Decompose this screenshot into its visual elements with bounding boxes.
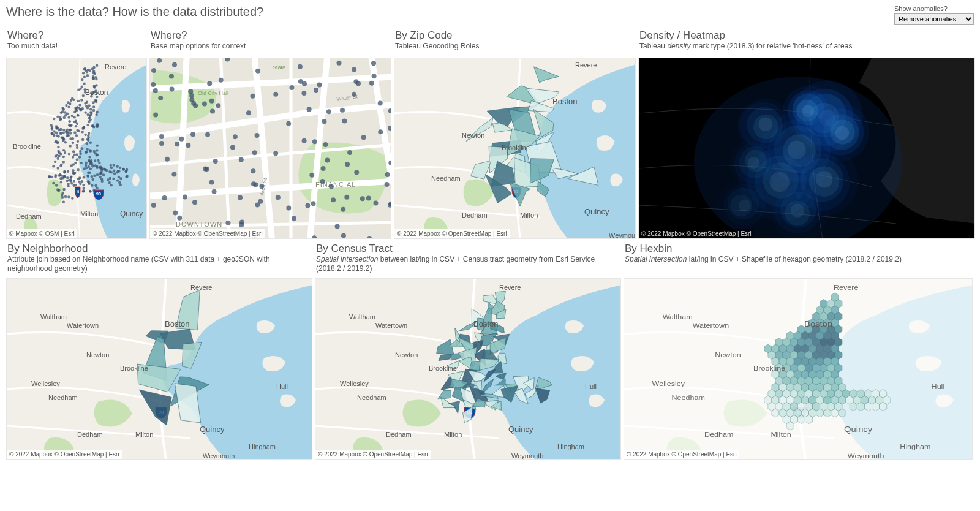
svg-point-474 bbox=[162, 195, 167, 200]
map-census[interactable]: © 2022 Mapbox © OpenStreetMap | Esri bbox=[315, 278, 621, 460]
svg-point-149 bbox=[78, 104, 81, 106]
svg-point-76 bbox=[119, 167, 121, 169]
svg-point-436 bbox=[314, 88, 318, 93]
svg-point-281 bbox=[80, 108, 82, 111]
svg-point-262 bbox=[75, 125, 77, 127]
svg-point-483 bbox=[153, 113, 158, 118]
svg-point-339 bbox=[126, 168, 128, 171]
svg-point-300 bbox=[89, 111, 92, 113]
svg-point-83 bbox=[83, 167, 86, 170]
panel-sub: Spatial intersection between lat/lng in … bbox=[316, 255, 620, 273]
svg-point-489 bbox=[378, 129, 383, 134]
svg-point-182 bbox=[100, 178, 103, 180]
svg-point-148 bbox=[71, 197, 74, 199]
svg-point-40 bbox=[71, 115, 74, 117]
map-basemap[interactable]: Old City Hall State FINANCIAL DOWNTOWN C… bbox=[149, 58, 391, 239]
svg-point-499 bbox=[209, 180, 214, 185]
svg-point-328 bbox=[118, 176, 120, 178]
svg-point-41 bbox=[96, 187, 98, 189]
svg-point-465 bbox=[151, 82, 156, 87]
svg-point-355 bbox=[85, 151, 88, 153]
svg-point-433 bbox=[301, 91, 306, 96]
svg-point-414 bbox=[378, 101, 383, 106]
panel-sub: Too much data! bbox=[7, 42, 146, 51]
panel-zipcode: By Zip Code Tableau Geocoding Roles © 20… bbox=[394, 29, 636, 239]
svg-point-477 bbox=[188, 89, 193, 94]
svg-point-132 bbox=[63, 116, 66, 119]
svg-point-203 bbox=[64, 195, 67, 198]
svg-point-442 bbox=[331, 197, 336, 202]
svg-point-458 bbox=[320, 179, 325, 184]
svg-point-297 bbox=[62, 188, 65, 191]
svg-point-202 bbox=[85, 164, 87, 167]
svg-point-276 bbox=[81, 131, 83, 133]
panel-where-points: Where? Too much data! Boston Revere Broo… bbox=[6, 29, 147, 239]
svg-point-71 bbox=[76, 123, 78, 125]
map-hexbin[interactable]: © 2022 Mapbox © OpenStreetMap | Esri bbox=[624, 278, 973, 460]
svg-point-251 bbox=[78, 156, 81, 158]
svg-point-227 bbox=[74, 162, 77, 164]
svg-point-177 bbox=[80, 153, 82, 155]
svg-point-272 bbox=[87, 139, 89, 142]
anomalies-select[interactable]: Remove anomalies bbox=[894, 13, 974, 25]
svg-point-72 bbox=[82, 184, 85, 186]
svg-point-244 bbox=[81, 138, 84, 141]
svg-point-303 bbox=[60, 132, 62, 134]
svg-point-362 bbox=[86, 107, 89, 109]
svg-point-139 bbox=[98, 162, 100, 164]
svg-text:DOWNTOWN: DOWNTOWN bbox=[176, 221, 222, 228]
svg-point-273 bbox=[75, 189, 78, 192]
svg-point-469 bbox=[298, 64, 303, 69]
svg-point-225 bbox=[116, 171, 118, 173]
map-density[interactable]: © 2022 Mapbox © OpenStreetMap | Esri bbox=[638, 58, 975, 239]
svg-point-478 bbox=[246, 110, 251, 115]
svg-point-440 bbox=[286, 206, 291, 211]
svg-point-293 bbox=[81, 147, 83, 150]
svg-point-241 bbox=[92, 70, 95, 72]
svg-point-405 bbox=[151, 68, 156, 73]
panel-sub: Tableau Geocoding Roles bbox=[395, 42, 635, 51]
svg-point-96 bbox=[76, 144, 78, 146]
svg-point-114 bbox=[85, 167, 88, 169]
svg-point-475 bbox=[239, 157, 244, 162]
svg-point-39 bbox=[79, 150, 81, 153]
svg-point-501 bbox=[317, 83, 322, 88]
svg-point-410 bbox=[158, 96, 163, 100]
svg-point-155 bbox=[97, 159, 99, 162]
svg-point-498 bbox=[255, 203, 260, 208]
svg-point-463 bbox=[321, 166, 326, 171]
svg-point-401 bbox=[165, 157, 170, 162]
map-neighborhood[interactable]: © 2022 Mapbox © OpenStreetMap | Esri bbox=[6, 278, 312, 460]
svg-point-471 bbox=[322, 119, 326, 124]
panel-sub: Spatial intersection lat/lng in CSV + Sh… bbox=[625, 255, 971, 264]
svg-point-57 bbox=[96, 64, 98, 67]
svg-point-444 bbox=[207, 81, 212, 86]
svg-point-289 bbox=[116, 179, 119, 181]
svg-point-473 bbox=[273, 151, 278, 156]
svg-point-335 bbox=[77, 100, 80, 102]
svg-point-402 bbox=[233, 134, 238, 139]
panel-sub: Base map options for context bbox=[151, 42, 390, 51]
svg-point-366 bbox=[91, 165, 94, 167]
svg-point-370 bbox=[56, 142, 59, 144]
svg-point-231 bbox=[81, 78, 83, 81]
panel-title: By Neighborhood bbox=[7, 243, 311, 255]
svg-point-52 bbox=[76, 158, 78, 161]
svg-point-502 bbox=[225, 221, 230, 225]
map-zipcode[interactable]: © 2022 Mapbox © OpenStreetMap | Esri bbox=[394, 58, 636, 239]
svg-point-253 bbox=[107, 178, 109, 181]
map-points[interactable]: Boston Revere Brookline Dedham Milton Qu… bbox=[6, 58, 147, 239]
svg-point-123 bbox=[56, 167, 59, 169]
svg-point-239 bbox=[96, 111, 99, 113]
svg-point-240 bbox=[57, 150, 59, 153]
svg-point-427 bbox=[352, 92, 356, 97]
svg-point-160 bbox=[119, 177, 122, 180]
svg-point-236 bbox=[62, 129, 65, 131]
svg-point-373 bbox=[55, 127, 58, 129]
panel-title: Where? bbox=[151, 29, 390, 42]
svg-point-454 bbox=[177, 216, 182, 221]
svg-point-308 bbox=[50, 132, 53, 135]
svg-point-324 bbox=[77, 130, 80, 132]
svg-point-495 bbox=[298, 79, 303, 84]
panel-sub: Attribute join based on Neighborhood nam… bbox=[7, 255, 311, 273]
